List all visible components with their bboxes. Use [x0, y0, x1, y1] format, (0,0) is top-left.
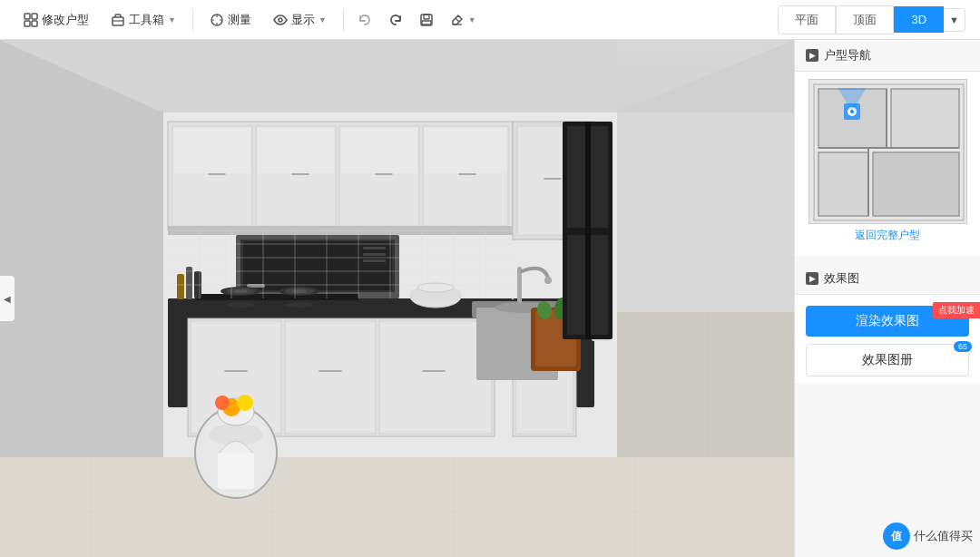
svg-point-83: [292, 289, 307, 293]
minimap-svg: [809, 80, 968, 225]
display-button[interactable]: 显示 ▼: [264, 8, 336, 32]
measure-label: 测量: [228, 12, 251, 28]
kitchen-scene: ◀: [0, 40, 794, 557]
svg-rect-49: [258, 128, 334, 173]
redo-icon: [388, 13, 403, 27]
svg-rect-69: [285, 321, 376, 434]
redo-button[interactable]: [382, 9, 409, 31]
undo-button[interactable]: [351, 9, 378, 31]
svg-rect-132: [617, 312, 794, 457]
svg-rect-89: [177, 274, 184, 299]
svg-rect-60: [363, 253, 386, 256]
svg-rect-70: [379, 321, 492, 434]
erase-button[interactable]: ▼: [444, 9, 483, 31]
effect-section: ▶ 效果图 点我加速 渲染效果图 效果图册 65: [795, 263, 980, 384]
return-full-floorplan-link[interactable]: 返回完整户型: [802, 224, 973, 249]
floorplan-minimap-container: 返回完整户型: [795, 72, 980, 256]
svg-rect-64: [168, 298, 188, 407]
effect-album-button[interactable]: 效果图册 65: [806, 344, 969, 376]
grid-icon: [24, 13, 38, 27]
nav-section-header: ▶ 户型导航: [795, 40, 980, 72]
box-icon: [111, 13, 125, 27]
save-icon: [419, 13, 434, 27]
svg-rect-115: [218, 453, 254, 489]
svg-point-11: [279, 18, 282, 22]
svg-rect-108: [585, 122, 591, 339]
toolbar: 修改户型 工具箱 ▼ 测量: [0, 0, 980, 40]
svg-point-84: [226, 302, 255, 308]
svg-rect-1: [32, 14, 37, 19]
svg-rect-63: [168, 298, 513, 318]
svg-point-113: [237, 395, 253, 411]
svg-rect-136: [818, 152, 868, 216]
toolbox-label: 工具箱: [129, 12, 164, 28]
tab-flat[interactable]: 平面: [778, 5, 836, 34]
watermark-text: 什么值得买: [914, 528, 973, 544]
effect-section-toggle[interactable]: ▶: [806, 272, 818, 285]
right-panel: ▶ 户型导航: [794, 40, 980, 557]
svg-rect-90: [186, 267, 192, 299]
svg-rect-3: [32, 21, 37, 26]
svg-rect-58: [247, 284, 265, 288]
svg-rect-0: [24, 14, 30, 19]
svg-point-88: [417, 283, 454, 292]
album-badge: 65: [954, 341, 972, 352]
svg-rect-2: [24, 21, 30, 26]
floorplan-minimap[interactable]: [808, 79, 967, 224]
display-dropdown-icon: ▼: [318, 15, 327, 24]
modify-floorplan-button[interactable]: 修改户型: [15, 8, 98, 32]
ruler-icon: [210, 13, 224, 27]
promo-badge: 点我加速: [933, 302, 980, 318]
svg-rect-14: [422, 21, 431, 24]
svg-point-80: [233, 289, 248, 293]
view-tabs: 平面 顶面 3D ▼: [778, 5, 965, 34]
save-button[interactable]: [413, 9, 440, 31]
svg-rect-135: [891, 89, 959, 148]
watermark-logo: 值: [883, 523, 910, 550]
toolbox-button[interactable]: 工具箱 ▼: [102, 8, 185, 32]
svg-point-114: [215, 396, 230, 410]
erase-icon: [450, 13, 465, 27]
effect-section-title: 效果图: [824, 270, 859, 287]
undo-icon: [358, 13, 372, 27]
svg-rect-51: [425, 128, 506, 173]
svg-rect-48: [174, 128, 250, 173]
svg-rect-131: [617, 112, 794, 312]
svg-rect-50: [341, 128, 417, 173]
display-label: 显示: [291, 12, 315, 28]
svg-line-15: [456, 18, 459, 22]
svg-rect-137: [873, 152, 959, 216]
svg-point-85: [285, 302, 314, 308]
erase-dropdown-icon: ▼: [468, 15, 476, 24]
svg-rect-77: [195, 294, 358, 300]
separator-2: [343, 9, 344, 31]
svg-marker-21: [0, 457, 794, 557]
svg-point-96: [544, 277, 552, 284]
watermark: 值 什么值得买: [883, 523, 973, 550]
view-tab-dropdown-button[interactable]: ▼: [944, 8, 965, 32]
svg-rect-61: [363, 259, 386, 262]
main-3d-view[interactable]: ◀: [0, 40, 794, 557]
effect-section-header: ▶ 效果图: [795, 263, 980, 295]
svg-rect-12: [421, 15, 432, 25]
separator-1: [192, 9, 193, 31]
eye-icon: [273, 13, 288, 27]
nav-section-title: 户型导航: [824, 47, 871, 64]
tab-3d[interactable]: 3D: [894, 6, 944, 33]
measure-button[interactable]: 测量: [201, 8, 260, 32]
left-panel-toggle[interactable]: ◀: [0, 276, 15, 321]
modify-floorplan-label: 修改户型: [42, 12, 89, 28]
nav-section-toggle[interactable]: ▶: [806, 49, 818, 62]
svg-rect-59: [363, 247, 386, 249]
tab-top[interactable]: 顶面: [836, 5, 894, 34]
toolbox-dropdown-icon: ▼: [168, 15, 176, 24]
